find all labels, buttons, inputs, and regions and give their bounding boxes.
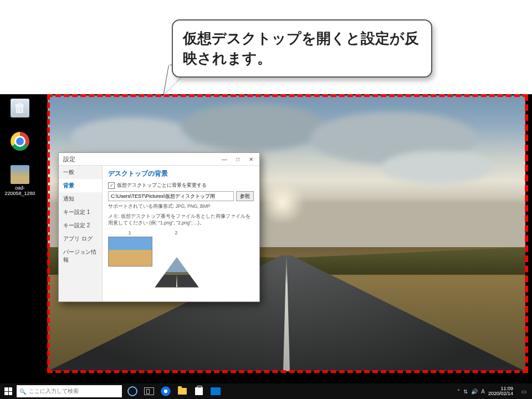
settings-sidebar: 一般 背景 通知 キー設定 1 キー設定 2 アプリ ログ バージョン情報 <box>59 166 103 301</box>
browse-button[interactable]: 参照 <box>236 191 254 201</box>
window-minimize-button[interactable]: — <box>218 155 231 163</box>
windows-logo-icon <box>4 387 12 395</box>
sidebar-item-version[interactable]: バージョン情報 <box>59 245 102 267</box>
edge-icon <box>161 386 171 396</box>
sidebar-item-background[interactable]: 背景 <box>59 179 102 192</box>
sidebar-item-general[interactable]: 一般 <box>59 166 102 179</box>
cortana-icon <box>127 386 137 396</box>
settings-main-panel: デスクトップの背景 ✓ 仮想デスクトップごとに背景を変更する 参照 サポートされ… <box>103 166 259 301</box>
settings-window: 設定 — □ ✕ 一般 背景 通知 キー設定 1 キー設定 2 アプリ ログ バ… <box>58 152 260 302</box>
system-tray[interactable]: ˄ ⇅ 🔊 A <box>454 388 488 395</box>
task-view-button[interactable] <box>141 383 157 399</box>
taskbar-app-edge[interactable] <box>157 383 174 399</box>
per-desktop-bg-label: 仮想デスクトップごとに背景を変更する <box>117 182 207 189</box>
sidebar-item-notify[interactable]: 通知 <box>59 192 102 206</box>
window-close-button[interactable]: ✕ <box>245 155 257 163</box>
sidebar-item-keys-1[interactable]: キー設定 1 <box>59 206 102 219</box>
tray-volume-icon[interactable]: 🔊 <box>471 388 478 395</box>
folder-icon <box>178 388 187 395</box>
thumb-number: 1 <box>108 230 151 236</box>
taskbar-app-explorer[interactable] <box>174 383 191 399</box>
cortana-button[interactable] <box>124 383 141 399</box>
clock-date: 2020/02/14 <box>488 391 513 396</box>
wallpaper-cloud <box>382 151 493 184</box>
desktop-icon-chrome[interactable] <box>3 132 37 152</box>
desktop-icon-label: oad-220058_1280 <box>3 185 37 196</box>
settings-heading: デスクトップの背景 <box>108 169 254 178</box>
annotation-text: 仮想デスクトップを開くと設定が反映されます。 <box>183 29 421 68</box>
task-view-icon <box>144 387 154 395</box>
chrome-icon <box>11 132 29 151</box>
thumb-number: 2 <box>155 230 198 236</box>
search-icon: 🔍 <box>17 388 29 395</box>
search-placeholder: ここに入力して検索 <box>29 387 79 395</box>
taskbar-search-box[interactable]: 🔍 ここに入力して検索 <box>17 385 122 397</box>
wallpaper-cloud <box>71 117 193 156</box>
sidebar-item-keys-2[interactable]: キー設定 2 <box>59 219 102 232</box>
tray-ime-icon[interactable]: A <box>481 388 485 395</box>
background-folder-path-input[interactable] <box>108 191 234 201</box>
window-titlebar[interactable]: 設定 — □ ✕ <box>59 153 259 166</box>
tray-network-icon[interactable]: ⇅ <box>463 388 468 395</box>
background-thumb-1[interactable]: 1 <box>108 230 151 267</box>
start-button[interactable] <box>0 383 17 399</box>
action-center-button[interactable]: ▭ <box>515 383 532 399</box>
taskbar-clock[interactable]: 11:09 2020/02/14 <box>488 386 515 397</box>
thumb-image-road <box>155 258 199 288</box>
slide-stage: 仮想デスクトップを開くと設定が反映されます。 🗑 <box>0 0 532 399</box>
filename-note-hint: メモ: 仮想デスクトップ番号をファイル名とした画像ファイルを用意してください (… <box>108 213 254 227</box>
taskbar-app-generic[interactable] <box>207 383 224 399</box>
wallpaper-sunlight <box>258 183 308 222</box>
wallpaper-cloud <box>181 104 325 151</box>
tray-chevron-up-icon[interactable]: ˄ <box>457 388 460 395</box>
background-thumbnails: 1 2 <box>108 230 254 267</box>
background-thumb-2[interactable]: 2 <box>155 230 198 267</box>
per-desktop-bg-checkbox[interactable]: ✓ <box>108 182 115 189</box>
desktop-icon-image[interactable]: oad-220058_1280 <box>3 165 37 196</box>
recycle-bin-icon: 🗑 <box>11 99 29 117</box>
thumb-image-desert <box>108 237 152 267</box>
window-title: 設定 <box>63 155 75 163</box>
store-icon <box>195 387 203 395</box>
app-icon <box>211 387 221 395</box>
taskbar-app-store[interactable] <box>191 383 207 399</box>
supported-formats-hint: サポートされている画像形式: JPG, PNG, BMP <box>108 203 254 210</box>
sidebar-item-applog[interactable]: アプリ ログ <box>59 232 102 245</box>
annotation-callout: 仮想デスクトップを開くと設定が反映されます。 <box>172 19 432 78</box>
window-maximize-button[interactable]: □ <box>232 155 244 163</box>
taskbar: 🔍 ここに入力して検索 ˄ ⇅ 🔊 A 11:09 2020/02/14 ▭ <box>0 383 532 399</box>
desktop-icon-recycle-bin[interactable]: 🗑 <box>3 99 37 119</box>
image-thumbnail-icon <box>11 165 29 184</box>
notification-icon: ▭ <box>521 388 526 395</box>
